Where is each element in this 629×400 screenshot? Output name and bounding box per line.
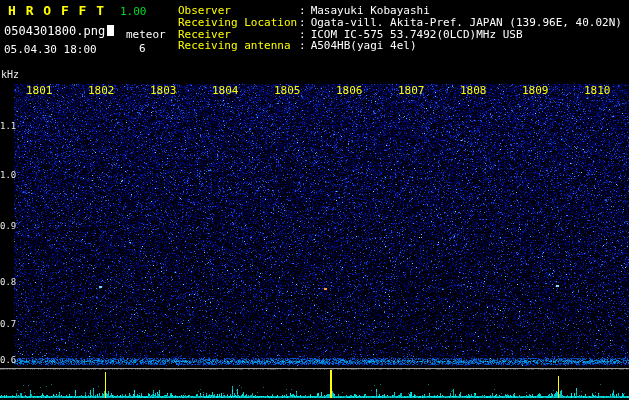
freq-tick: 1.1	[0, 122, 16, 131]
app-title: H R O F F T	[8, 4, 105, 17]
time-tick: 1807	[398, 85, 425, 96]
time-tick: 1809	[522, 85, 549, 96]
time-tick: 1802	[88, 85, 115, 96]
freq-tick: 0.8	[0, 278, 16, 287]
freq-tick: 0.7	[0, 320, 16, 329]
info-row-antenna: Receiving antenna:A504HB(yagi 4el)	[178, 40, 622, 52]
time-tick: 1801	[26, 85, 53, 96]
app-version: 1.00	[120, 6, 147, 17]
info-label: Receiving Location	[178, 17, 299, 29]
datetime-label: 05.04.30 18:00	[4, 44, 97, 55]
info-row-location: Receiving Location:Ogata-vill. Akita-Pre…	[178, 17, 622, 29]
text-cursor	[107, 25, 114, 36]
info-colon: :	[299, 39, 306, 52]
time-tick: 1804	[212, 85, 239, 96]
freq-axis-unit: kHz	[1, 70, 19, 80]
time-tick: 1806	[336, 85, 363, 96]
time-tick: 1810	[584, 85, 611, 96]
station-info: Observer:Masayuki Kobayashi Receiving Lo…	[178, 5, 622, 52]
time-tick: 1805	[274, 85, 301, 96]
freq-tick: 0.9	[0, 222, 16, 231]
spectrogram-canvas	[0, 0, 629, 400]
time-tick: 1803	[150, 85, 177, 96]
hrofft-window: H R O F F T 1.00 0504301800.png meteor 0…	[0, 0, 629, 400]
freq-tick: 0.6	[0, 356, 16, 365]
output-filename: 0504301800.png	[4, 25, 114, 37]
info-value: Ogata-vill. Akita-Pref. JAPAN (139.96E, …	[311, 16, 622, 29]
freq-tick: 1.0	[0, 171, 16, 180]
meteor-count: 6	[139, 43, 146, 54]
time-tick: 1808	[460, 85, 487, 96]
info-value: A504HB(yagi 4el)	[311, 39, 417, 52]
mode-label: meteor	[126, 29, 166, 40]
output-filename-text: 0504301800.png	[4, 24, 105, 38]
info-label: Receiving antenna	[178, 40, 299, 52]
